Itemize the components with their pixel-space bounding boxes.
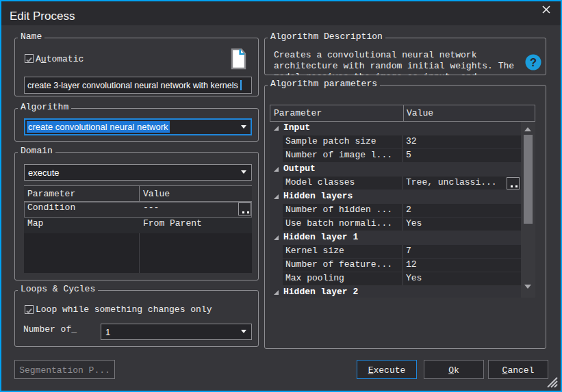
svg-text:?: ? bbox=[530, 56, 537, 68]
